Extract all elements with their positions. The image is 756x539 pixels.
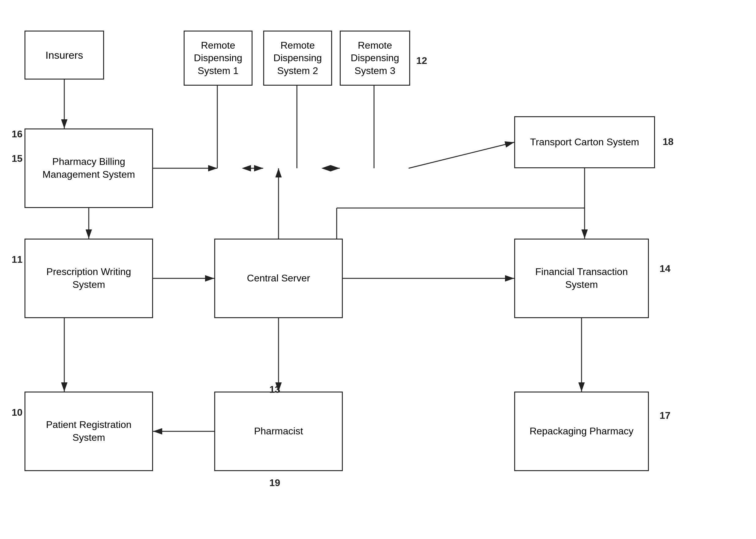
label-11: 11 bbox=[12, 254, 23, 265]
patient-registration-box: Patient RegistrationSystem bbox=[25, 392, 153, 471]
svg-line-8 bbox=[409, 142, 514, 168]
label-13: 13 bbox=[269, 384, 280, 395]
pharmacy-billing-box: Pharmacy BillingManagement System bbox=[25, 128, 153, 208]
financial-transaction-box: Financial TransactionSystem bbox=[514, 239, 649, 318]
remote1-box: RemoteDispensingSystem 1 bbox=[184, 31, 253, 86]
label-14: 14 bbox=[660, 263, 671, 274]
remote3-box: RemoteDispensingSystem 3 bbox=[340, 31, 410, 86]
diagram: Insurers RemoteDispensingSystem 1 Remote… bbox=[0, 0, 756, 539]
label-16: 16 bbox=[12, 128, 23, 140]
label-15: 15 bbox=[12, 153, 23, 164]
central-server-box: Central Server bbox=[214, 239, 343, 318]
repackaging-pharmacy-box: Repackaging Pharmacy bbox=[514, 392, 649, 471]
insurers-box: Insurers bbox=[25, 31, 104, 80]
label-19: 19 bbox=[269, 477, 280, 489]
transport-carton-box: Transport Carton System bbox=[514, 116, 655, 168]
label-12: 12 bbox=[416, 55, 427, 66]
label-17: 17 bbox=[660, 410, 671, 421]
prescription-writing-box: Prescription WritingSystem bbox=[25, 239, 153, 318]
label-10: 10 bbox=[12, 407, 23, 418]
label-18: 18 bbox=[663, 136, 674, 147]
remote2-box: RemoteDispensingSystem 2 bbox=[263, 31, 332, 86]
pharmacist-box: Pharmacist bbox=[214, 392, 343, 471]
